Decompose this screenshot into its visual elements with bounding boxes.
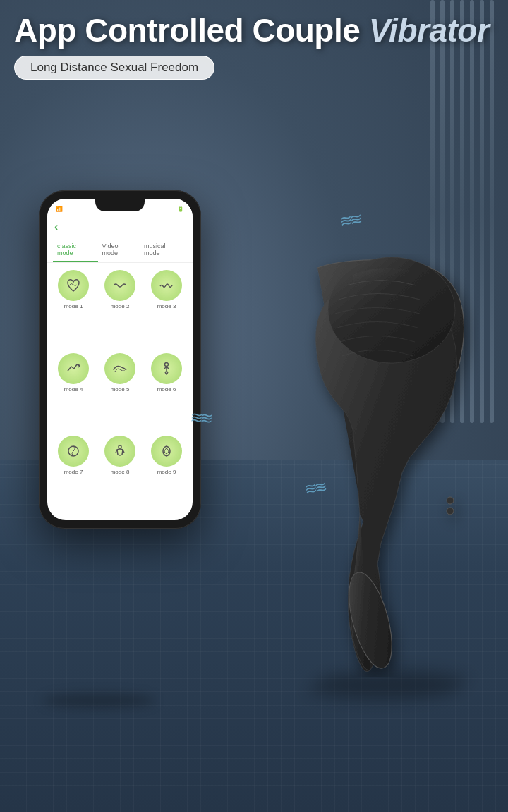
mode-5-icon bbox=[104, 353, 135, 384]
phone-shadow bbox=[42, 694, 155, 708]
title-line1: App Controlled Couple bbox=[14, 12, 360, 49]
mode-2-label: mode 2 bbox=[111, 303, 130, 309]
main-title: App Controlled Couple Vibrator bbox=[14, 13, 494, 49]
mode-1-label: mode 1 bbox=[64, 303, 83, 309]
device-container bbox=[261, 254, 487, 677]
back-arrow-icon[interactable]: ‹ bbox=[54, 221, 58, 233]
title-line2: Vibrator bbox=[369, 12, 490, 49]
vibration-wave-3: ≋≋ bbox=[190, 408, 211, 428]
svg-point-0 bbox=[165, 362, 169, 366]
list-item[interactable]: mode 8 bbox=[99, 436, 140, 513]
mode-3-label: mode 3 bbox=[157, 303, 176, 309]
vibration-wave-1: ≋≋ bbox=[339, 210, 361, 231]
phone-screen: 📶 2:00 🔋 ‹ classic mode Video mode music… bbox=[47, 199, 193, 520]
mode-9-label: mode 9 bbox=[157, 469, 176, 475]
phone-outer: 📶 2:00 🔋 ‹ classic mode Video mode music… bbox=[39, 190, 201, 529]
subtitle-text: Long Distance Sexual Freedom bbox=[30, 61, 198, 74]
mode-3-icon bbox=[151, 270, 182, 301]
signal-icon: 📶 bbox=[56, 206, 63, 212]
mode-7-label: mode 7 bbox=[64, 469, 83, 475]
list-item[interactable]: mode 3 bbox=[146, 270, 187, 347]
list-item[interactable]: mode 1 bbox=[53, 270, 94, 347]
mode-7-icon bbox=[58, 436, 89, 467]
list-item[interactable]: mode 7 bbox=[53, 436, 94, 513]
tab-label-video: Video mode bbox=[102, 242, 119, 257]
mode-4-icon bbox=[58, 353, 89, 384]
mode-6-label: mode 6 bbox=[157, 386, 176, 393]
mode-6-icon bbox=[151, 353, 182, 384]
device-svg bbox=[261, 254, 487, 677]
phone-mockup: 📶 2:00 🔋 ‹ classic mode Video mode music… bbox=[39, 190, 201, 529]
tab-musical-mode[interactable]: musical mode bbox=[140, 238, 187, 262]
phone-tabs: classic mode Video mode musical mode bbox=[47, 238, 193, 263]
subtitle-pill: Long Distance Sexual Freedom bbox=[14, 56, 214, 80]
list-item[interactable]: mode 6 bbox=[146, 353, 187, 431]
mode-9-icon bbox=[151, 436, 182, 467]
mode-2-icon bbox=[104, 270, 135, 301]
phone-notch bbox=[95, 199, 145, 211]
battery-icon: 🔋 bbox=[177, 206, 184, 212]
mode-4-label: mode 4 bbox=[64, 386, 83, 393]
mode-8-label: mode 8 bbox=[111, 469, 130, 475]
modes-grid: mode 1 mode 2 mode 3 bbox=[47, 263, 193, 520]
list-item[interactable]: mode 9 bbox=[146, 436, 187, 513]
mode-8-icon bbox=[104, 436, 135, 467]
phone-nav-bar: ‹ bbox=[47, 216, 193, 238]
mode-5-label: mode 5 bbox=[111, 386, 130, 393]
list-item[interactable]: mode 5 bbox=[99, 353, 140, 431]
svg-point-2 bbox=[119, 445, 121, 448]
svg-point-5 bbox=[447, 497, 454, 504]
mode-1-icon bbox=[58, 270, 89, 301]
list-item[interactable]: mode 2 bbox=[99, 270, 140, 347]
tab-label-musical: musical mode bbox=[144, 242, 166, 257]
svg-point-6 bbox=[447, 508, 454, 515]
tab-video-mode[interactable]: Video mode bbox=[98, 238, 140, 262]
tab-classic-mode[interactable]: classic mode bbox=[53, 238, 98, 262]
title-section: App Controlled Couple Vibrator Long Dist… bbox=[0, 13, 508, 80]
tab-label-classic: classic mode bbox=[57, 242, 76, 257]
list-item[interactable]: mode 4 bbox=[53, 353, 94, 431]
